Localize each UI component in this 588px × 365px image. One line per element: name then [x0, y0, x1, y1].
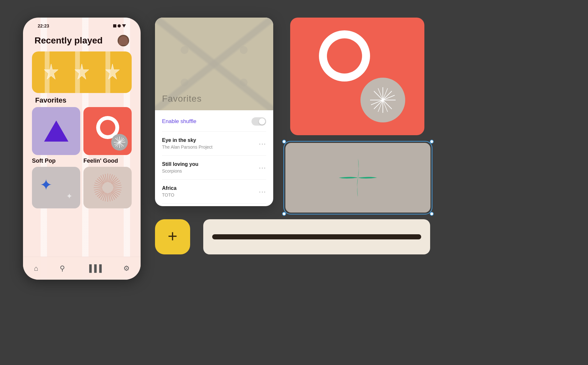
- corner-handle-tr[interactable]: [430, 140, 434, 144]
- song-title-2: Still loving you: [162, 161, 198, 167]
- song-options-3[interactable]: ···: [259, 188, 266, 195]
- corner-handle-br[interactable]: [430, 212, 434, 216]
- center-card-body: Enable shuffle Eye in the sky The Alan P…: [155, 110, 273, 204]
- phone-header: Recently played: [29, 31, 135, 51]
- status-icons: [113, 24, 126, 27]
- star-icon-3: [104, 63, 121, 81]
- avatar-image: [119, 36, 128, 45]
- nav-home-icon[interactable]: ⌂: [34, 264, 38, 273]
- star-icon-2: [74, 63, 90, 81]
- favorites-label: Favorites: [32, 95, 70, 107]
- slider-track[interactable]: [212, 234, 421, 239]
- phone-page-title: Recently played: [35, 35, 103, 46]
- status-time: 22:23: [38, 23, 49, 28]
- corner-handle-tl[interactable]: [282, 140, 286, 144]
- song-info-3: Africa TOTO: [162, 185, 176, 198]
- song-options-1[interactable]: ···: [259, 140, 266, 147]
- star-icon-1: [43, 63, 59, 81]
- white-star-icon: ✦: [66, 192, 73, 201]
- gray-artwork-card: [285, 143, 430, 213]
- circle-big-outer: [319, 30, 370, 82]
- shuffle-label: Enable shuffle: [162, 118, 196, 125]
- add-button[interactable]: +: [155, 219, 190, 254]
- shuffle-row: Enable shuffle: [162, 110, 266, 132]
- song-info-2: Still loving you Scorpions: [162, 161, 198, 174]
- burst-card[interactable]: [83, 167, 132, 208]
- bottom-nav: ⌂ ⚲ ▐▐▐ ⚙: [23, 257, 141, 280]
- grid-labels: Soft Pop Feelin' Good: [32, 158, 132, 164]
- battery-icon: [122, 24, 126, 27]
- wifi-icon: [118, 24, 121, 27]
- song-row-3[interactable]: Africa TOTO ···: [162, 180, 266, 204]
- shuffle-toggle[interactable]: [251, 117, 266, 126]
- circle-gray: [360, 78, 405, 122]
- status-bar: 22:23: [29, 18, 135, 31]
- soft-pop-card[interactable]: [32, 107, 80, 155]
- nav-library-icon[interactable]: ▐▐▐: [87, 264, 102, 273]
- favorites-card[interactable]: [32, 51, 132, 93]
- starburst-small-icon: [111, 134, 128, 151]
- gray-card-wrapper: [285, 143, 430, 213]
- song-info-1: Eye in the sky The Alan Parsons Project: [162, 137, 213, 150]
- red-artwork-card: [290, 18, 424, 135]
- corner-handle-bl[interactable]: [282, 212, 286, 216]
- song-artist-1: The Alan Parsons Project: [162, 144, 213, 150]
- feelin-good-card[interactable]: [83, 107, 132, 155]
- signal-icon: [113, 24, 116, 27]
- toggle-thumb: [259, 118, 265, 125]
- stars-card[interactable]: ✦ ✦: [32, 167, 80, 208]
- soft-pop-label: Soft Pop: [32, 158, 80, 164]
- triangle-icon: [44, 120, 68, 142]
- blue-star-icon: ✦: [40, 176, 52, 194]
- nav-search-icon[interactable]: ⚲: [60, 264, 65, 273]
- feelin-good-label: Feelin' Good: [83, 158, 132, 164]
- phone-mockup: 22:23 Recently played: [23, 18, 141, 280]
- playlist-grid-row: [32, 107, 132, 155]
- song-artist-2: Scorpions: [162, 168, 198, 174]
- plus-icon: +: [168, 228, 177, 245]
- song-title-3: Africa: [162, 185, 176, 191]
- center-playlist-card: Favorites Enable shuffle Eye in the sky …: [155, 18, 273, 206]
- sunburst-icon: [92, 172, 124, 204]
- center-card-title: Favorites: [162, 94, 202, 104]
- song-row-2[interactable]: Still loving you Scorpions ···: [162, 156, 266, 180]
- playlist-cover-image: Favorites: [155, 18, 273, 110]
- slider-bar-wrapper: [203, 219, 430, 254]
- song-artist-3: TOTO: [162, 192, 176, 198]
- song-options-2[interactable]: ···: [259, 164, 266, 171]
- song-row-1[interactable]: Eye in the sky The Alan Parsons Project …: [162, 132, 266, 156]
- bottom-grid-row: ✦ ✦: [32, 167, 132, 208]
- favorites-label-row: Favorites: [29, 95, 135, 105]
- circle-icon-inner: [100, 120, 115, 135]
- song-title-1: Eye in the sky: [162, 137, 213, 143]
- four-point-star-icon: [337, 157, 379, 198]
- avatar[interactable]: [118, 35, 129, 46]
- nav-settings-icon[interactable]: ⚙: [123, 264, 130, 273]
- starburst-gray-icon: [368, 86, 397, 114]
- circle-big-inner: [327, 38, 362, 74]
